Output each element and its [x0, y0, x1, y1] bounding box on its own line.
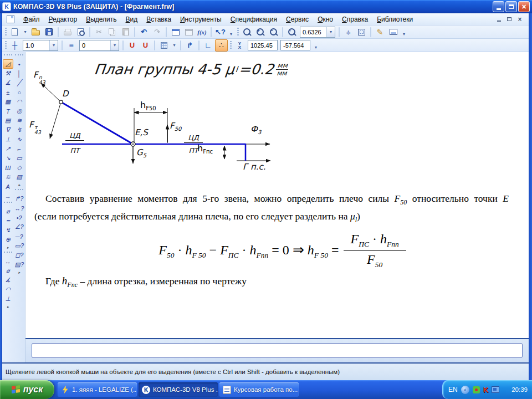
- axis-line-button[interactable]: ⌀: [3, 207, 13, 216]
- table-tool-button[interactable]: ▤: [3, 116, 13, 125]
- node-measure-button[interactable]: •?: [14, 213, 24, 222]
- expand-button[interactable]: ▸: [3, 304, 13, 310]
- kompas-app-icon[interactable]: K: [2, 2, 11, 11]
- taskbar-task-winamp[interactable]: 1. яяяя - LEGALIZE (...: [58, 382, 137, 397]
- mdi-minimize-button[interactable]: [494, 16, 503, 23]
- drag-handle[interactable]: [4, 252, 12, 256]
- local-cs-button[interactable]: ↱: [183, 39, 196, 52]
- dashed-line-button[interactable]: ┅: [3, 216, 13, 226]
- circle-tool-button[interactable]: ○: [14, 88, 24, 97]
- center-marker-button[interactable]: ⊕: [3, 235, 13, 244]
- zoom-out-button[interactable]: −: [267, 26, 280, 38]
- menu-help[interactable]: Справка: [337, 14, 372, 24]
- polygon-tool-button[interactable]: ◇: [14, 163, 24, 172]
- close-button[interactable]: ×: [518, 1, 530, 12]
- spline-tool-button[interactable]: ∿: [14, 135, 24, 144]
- restore-button[interactable]: [505, 1, 517, 12]
- perimeter-measure-button[interactable]: ◻?: [14, 250, 24, 260]
- copy-button[interactable]: [106, 26, 119, 38]
- hatch-tool-button[interactable]: ▨: [14, 172, 24, 182]
- expand-button[interactable]: ▸: [14, 269, 24, 275]
- snap-setup-button[interactable]: ∴: [215, 39, 228, 52]
- menu-file[interactable]: Файл: [19, 14, 44, 24]
- datum-tool-button[interactable]: ⊥: [3, 135, 13, 144]
- redo-button[interactable]: ↷: [151, 26, 163, 38]
- geometry-panel-button[interactable]: ◿: [3, 59, 13, 69]
- roughness-tool-button[interactable]: ∇: [3, 125, 13, 135]
- corner-tool-button[interactable]: ⌐: [14, 144, 24, 154]
- ortho-button[interactable]: ∟: [202, 39, 214, 52]
- mdi-close-button[interactable]: ×: [515, 16, 524, 23]
- angle-measure-button[interactable]: ∠?: [14, 222, 24, 232]
- tray-agent-icon[interactable]: [473, 386, 480, 393]
- coord-x-input[interactable]: [248, 40, 278, 50]
- multiline-tool-button[interactable]: ≋: [14, 116, 24, 125]
- snap-global-button[interactable]: U: [126, 39, 139, 52]
- menu-insert[interactable]: Вставка: [142, 14, 176, 24]
- menu-select[interactable]: Выделить: [81, 14, 121, 24]
- menu-specification[interactable]: Спецификация: [226, 14, 282, 24]
- area-measure-button[interactable]: ▭?: [14, 241, 24, 250]
- expand-button[interactable]: ▸: [3, 244, 13, 250]
- new-document-dropdown[interactable]: ▾: [22, 26, 29, 38]
- property-bar-field[interactable]: [32, 343, 523, 358]
- layers-button[interactable]: ≡: [65, 39, 78, 52]
- lightning-input-button[interactable]: ↯: [14, 125, 24, 135]
- drag-handle[interactable]: [15, 189, 23, 193]
- new-document-button[interactable]: [8, 26, 21, 38]
- kaspersky-icon[interactable]: K: [483, 386, 488, 394]
- variables-window-button[interactable]: [169, 26, 182, 38]
- coord-y-input[interactable]: [280, 40, 310, 50]
- leader-tool-button[interactable]: ↗: [3, 144, 13, 154]
- menu-editor[interactable]: Редактор: [44, 14, 82, 24]
- rebuild-button[interactable]: ✎: [374, 26, 386, 38]
- mass-measure-button[interactable]: ▨?: [14, 260, 24, 269]
- aux-line-button[interactable]: │: [14, 69, 24, 78]
- drag-handle[interactable]: [4, 54, 12, 59]
- point-tool-button[interactable]: •: [14, 59, 24, 69]
- macro-window-button[interactable]: [182, 26, 195, 38]
- drawing-canvas[interactable]: План группы 4-5 μl =0.2 мм мм Fn43 D Fτ4…: [25, 52, 529, 338]
- collect-button[interactable]: ▸: [14, 182, 24, 188]
- menu-libraries[interactable]: Библиотеки: [372, 14, 417, 24]
- cs-measure-button[interactable]: ↱?: [14, 194, 24, 203]
- toolbar-overflow[interactable]: ▾: [227, 26, 235, 38]
- menu-tools[interactable]: Инструменты: [176, 14, 226, 24]
- mdi-restore-button[interactable]: [505, 16, 514, 23]
- drag-handle[interactable]: [4, 202, 12, 206]
- yx-coords-button[interactable]: Y X: [233, 39, 246, 52]
- ellipse-tool-button[interactable]: ◎: [14, 106, 24, 116]
- menu-window[interactable]: Окно: [313, 14, 337, 24]
- columns-tool-button[interactable]: Ш: [3, 163, 13, 172]
- current-layer-combo[interactable]: 0 ▾: [79, 40, 119, 51]
- angle-dim-button[interactable]: ∡: [3, 275, 13, 285]
- zoom-in-button[interactable]: +: [254, 26, 267, 38]
- toolbar-handle[interactable]: [228, 40, 233, 51]
- start-button[interactable]: пуск: [0, 380, 54, 399]
- datum-dim-button[interactable]: ⊥: [3, 294, 13, 304]
- taskbar-task-word[interactable]: Курсовая работа по...: [219, 382, 299, 397]
- toolbar-overflow[interactable]: ▾: [312, 39, 320, 52]
- toolbar-handle[interactable]: [236, 27, 240, 38]
- fit-screen-button[interactable]: [355, 26, 368, 38]
- network-icon[interactable]: [492, 386, 499, 393]
- text-tool-button[interactable]: Т: [3, 106, 13, 116]
- snap-local-button[interactable]: U: [139, 39, 152, 52]
- arc-dim-button[interactable]: ◠: [3, 285, 13, 294]
- toolbar-handle[interactable]: [3, 40, 8, 51]
- branch-leader-button[interactable]: ↘: [3, 154, 13, 163]
- measurement-panel-button[interactable]: ▦: [3, 97, 13, 106]
- menu-service[interactable]: Сервис: [282, 14, 313, 24]
- fx-variables-button[interactable]: f(x): [196, 26, 208, 38]
- drag-handle[interactable]: [15, 54, 23, 59]
- parametrization-panel-button[interactable]: ∡: [3, 78, 13, 88]
- cursor-step-button[interactable]: ┼: [8, 39, 21, 52]
- toolbar-overflow[interactable]: ▾: [400, 26, 408, 38]
- fragment-document-icon[interactable]: [7, 15, 14, 23]
- undo-button[interactable]: ↶: [137, 26, 150, 38]
- grid-dropdown[interactable]: ▾: [171, 39, 178, 52]
- distance-measure-button[interactable]: ↔?: [14, 203, 24, 213]
- pan-button[interactable]: [342, 26, 355, 38]
- taskbar-task-kompas[interactable]: K КОМПАС-3D V8 Plus ...: [139, 382, 218, 397]
- zoom-window-button[interactable]: [241, 26, 253, 38]
